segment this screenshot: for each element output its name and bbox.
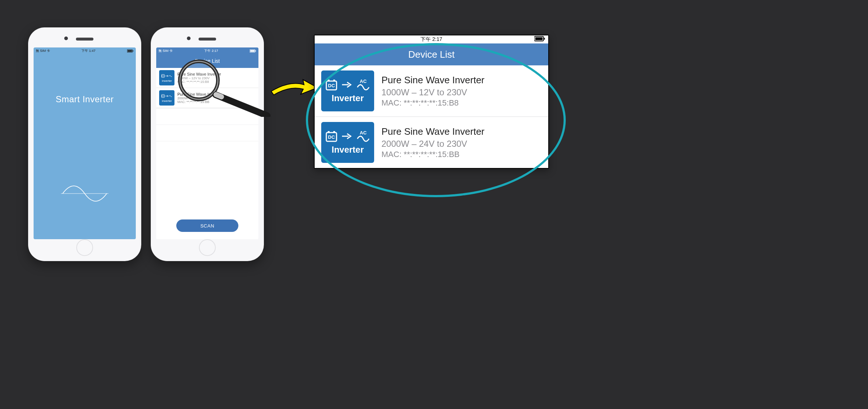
device-spec: 2000W – 24V to 230V bbox=[381, 139, 542, 149]
list-screen: 無 SIM 卡 下午 2:17 Device List DC In bbox=[156, 47, 258, 239]
device-row[interactable]: DC Inverter Pure Sine Wave Inverter 2000… bbox=[156, 88, 258, 108]
inverter-icon: DC AC Inverter bbox=[321, 122, 374, 163]
phone-device-list: 無 SIM 卡 下午 2:17 Device List DC In bbox=[151, 27, 264, 261]
clock-label: 下午 2:17 bbox=[420, 36, 442, 43]
phone-splash: 無 SIM 卡 下午 1:47 Smart Inverter bbox=[28, 27, 141, 261]
clock-label: 下午 1:47 bbox=[81, 49, 95, 53]
device-row-text: Pure Sine Wave Inverter 2000W – 24V to 2… bbox=[177, 92, 221, 104]
device-title: Pure Sine Wave Inverter bbox=[177, 72, 221, 76]
arrow-icon bbox=[269, 77, 320, 100]
nav-bar: Device List bbox=[315, 43, 548, 65]
svg-rect-5 bbox=[250, 50, 254, 52]
svg-text:DC: DC bbox=[328, 134, 335, 140]
empty-row bbox=[156, 125, 258, 141]
device-row-text: Pure Sine Wave Inverter 2000W – 24V to 2… bbox=[381, 126, 542, 159]
status-bar: 無 SIM 卡 下午 2:17 bbox=[156, 47, 258, 54]
svg-rect-2 bbox=[133, 50, 134, 51]
app-title: Smart Inverter bbox=[55, 94, 114, 104]
status-bar: 下午 2:17 bbox=[315, 35, 548, 43]
carrier-label: 無 SIM 卡 bbox=[36, 49, 50, 53]
svg-rect-19 bbox=[328, 80, 330, 81]
carrier-label: 無 SIM 卡 bbox=[158, 49, 173, 53]
svg-rect-6 bbox=[256, 50, 256, 51]
inverter-icon-top: DC AC bbox=[325, 79, 370, 91]
nav-title: Device List bbox=[195, 58, 220, 64]
inverter-icon: DC Inverter bbox=[159, 90, 174, 106]
status-bar: 無 SIM 卡 下午 1:47 bbox=[34, 47, 136, 54]
device-row[interactable]: DC AC Inverter Pure Sine Wave Inverter 2… bbox=[315, 117, 548, 168]
svg-text:DC: DC bbox=[162, 75, 164, 77]
device-title: Pure Sine Wave Inverter bbox=[381, 126, 542, 137]
clock-label: 下午 2:17 bbox=[204, 49, 218, 53]
device-title: Pure Sine Wave Inverter bbox=[381, 74, 542, 86]
svg-rect-1 bbox=[127, 50, 132, 52]
svg-rect-20 bbox=[333, 80, 335, 81]
device-spec: 1000W – 12V to 230V bbox=[381, 87, 542, 98]
battery-icon bbox=[250, 49, 256, 53]
scan-button[interactable]: SCAN bbox=[176, 219, 238, 232]
splash-screen: 無 SIM 卡 下午 1:47 Smart Inverter bbox=[34, 47, 136, 239]
home-button[interactable] bbox=[76, 239, 93, 256]
nav-bar: Device List bbox=[156, 54, 258, 68]
scan-button-label: SCAN bbox=[200, 223, 214, 229]
svg-rect-16 bbox=[535, 37, 543, 40]
device-title: Pure Sine Wave Inverter bbox=[177, 92, 221, 96]
device-mac: MAC: **:**:**:**:15:B8 bbox=[177, 80, 221, 84]
svg-rect-24 bbox=[328, 131, 330, 133]
inverter-icon-label: Inverter bbox=[162, 99, 172, 103]
device-spec: 2000W – 24V to 230V bbox=[177, 96, 221, 100]
device-row-text: Pure Sine Wave Inverter 1000W – 12V to 2… bbox=[177, 72, 221, 84]
device-list: DC Inverter Pure Sine Wave Inverter 1000… bbox=[156, 68, 258, 239]
empty-row bbox=[156, 108, 258, 125]
zoom-panel: 下午 2:17 Device List DC AC Inverter Pure … bbox=[314, 35, 549, 169]
battery-icon bbox=[534, 36, 545, 43]
svg-text:AC: AC bbox=[360, 130, 366, 135]
inverter-icon: DC Inverter bbox=[159, 70, 174, 85]
svg-rect-17 bbox=[544, 38, 545, 40]
inverter-icon-label: Inverter bbox=[162, 79, 172, 83]
sine-wave-icon bbox=[61, 181, 108, 206]
svg-text:DC: DC bbox=[162, 95, 164, 97]
svg-text:DC: DC bbox=[328, 83, 335, 88]
device-mac: MAC: **:**:**:**:15:BB bbox=[381, 150, 542, 159]
device-mac: MAC: **:**:**:**:15:BB bbox=[177, 100, 221, 104]
device-row[interactable]: DC AC Inverter Pure Sine Wave Inverter 1… bbox=[315, 65, 548, 117]
inverter-icon-top: DC AC bbox=[325, 130, 370, 142]
nav-title: Device List bbox=[408, 49, 454, 60]
inverter-icon: DC AC Inverter bbox=[321, 70, 374, 111]
inverter-icon-label: Inverter bbox=[331, 145, 364, 155]
device-row[interactable]: DC Inverter Pure Sine Wave Inverter 1000… bbox=[156, 68, 258, 88]
splash-body: Smart Inverter bbox=[34, 54, 136, 239]
svg-text:AC: AC bbox=[360, 79, 366, 84]
inverter-icon-label: Inverter bbox=[331, 93, 364, 103]
device-mac: MAC: **:**:**:**:15:B8 bbox=[381, 98, 542, 108]
battery-icon bbox=[127, 49, 134, 53]
device-row-text: Pure Sine Wave Inverter 1000W – 12V to 2… bbox=[381, 74, 542, 108]
home-button[interactable] bbox=[199, 239, 216, 256]
device-spec: 1000W – 12V to 230V bbox=[177, 76, 221, 80]
svg-rect-25 bbox=[333, 131, 335, 133]
